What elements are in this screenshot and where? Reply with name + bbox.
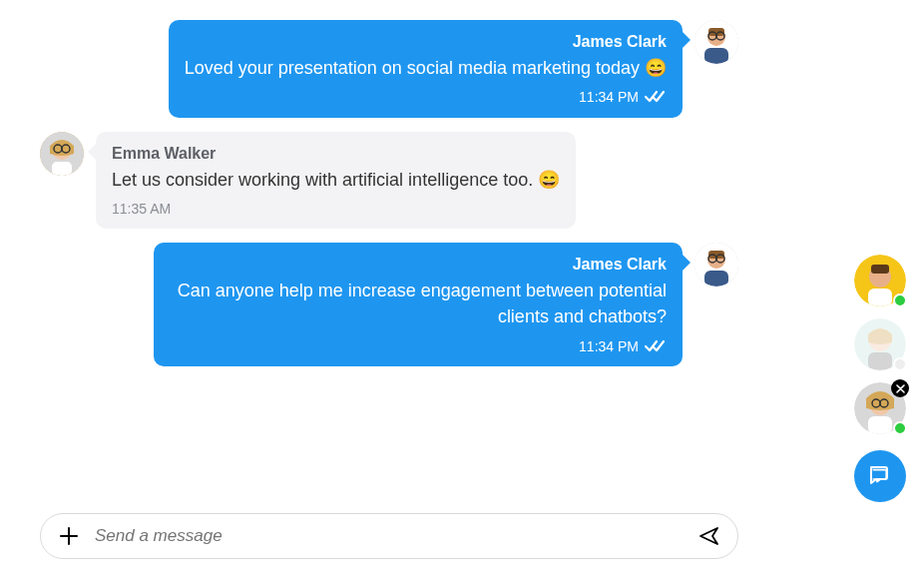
sender-avatar[interactable] — [694, 20, 738, 64]
message-meta: 11:35 AM — [112, 199, 560, 219]
message-bubble-incoming: Emma Walker Let us consider working with… — [96, 132, 576, 230]
message-time: 11:35 AM — [112, 199, 171, 219]
sender-avatar[interactable] — [694, 243, 738, 287]
contacts-rail — [854, 255, 906, 502]
message-input[interactable] — [95, 526, 697, 546]
contact-item[interactable] — [854, 318, 906, 370]
svg-rect-20 — [868, 288, 892, 306]
close-icon[interactable] — [891, 379, 909, 397]
message-row: Emma Walker Let us consider working with… — [40, 132, 738, 230]
message-time: 11:34 PM — [579, 336, 639, 356]
chat-area: James Clark Loved your presentation on s… — [40, 20, 738, 559]
sender-avatar[interactable] — [40, 132, 84, 176]
message-row: James Clark Loved your presentation on s… — [40, 20, 738, 118]
svg-rect-14 — [704, 271, 728, 287]
new-chat-button[interactable] — [854, 450, 906, 502]
message-meta: 11:34 PM — [185, 87, 667, 107]
message-time: 11:34 PM — [579, 87, 639, 107]
sender-name: James Clark — [185, 30, 667, 53]
status-indicator-online — [893, 421, 907, 435]
message-text: Let us consider working with artificial … — [112, 167, 560, 193]
chat-icon — [867, 463, 893, 489]
message-text: Loved your presentation on social media … — [185, 55, 667, 81]
message-row: James Clark Can anyone help me increase … — [40, 243, 738, 366]
svg-rect-8 — [52, 162, 72, 176]
attach-button[interactable] — [57, 524, 81, 548]
contact-item[interactable] — [854, 382, 906, 434]
status-indicator-online — [893, 293, 907, 307]
message-text: Can anyone help me increase engagement b… — [170, 278, 667, 329]
svg-rect-23 — [868, 352, 892, 370]
message-bubble-outgoing: James Clark Loved your presentation on s… — [169, 20, 683, 118]
message-meta: 11:34 PM — [170, 336, 667, 356]
message-input-bar — [40, 513, 738, 559]
contact-item[interactable] — [854, 255, 906, 306]
send-button[interactable] — [697, 524, 721, 548]
sender-name: James Clark — [170, 253, 667, 276]
sender-name: Emma Walker — [112, 142, 560, 165]
svg-rect-3 — [704, 48, 728, 64]
svg-rect-19 — [871, 265, 889, 274]
svg-rect-26 — [868, 416, 892, 434]
message-bubble-outgoing: James Clark Can anyone help me increase … — [154, 243, 683, 366]
status-indicator-offline — [893, 357, 907, 371]
read-receipt-icon — [645, 339, 667, 353]
read-receipt-icon — [645, 90, 667, 104]
